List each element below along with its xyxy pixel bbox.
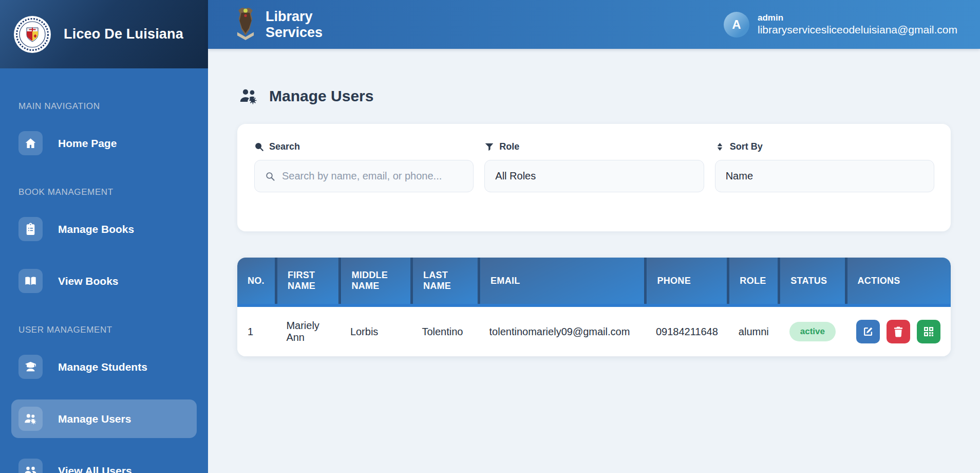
pen-to-square-icon [862,325,874,338]
nav-item-label: Manage Books [58,223,134,235]
nav-item-label: Home Page [58,137,117,150]
users-icon [18,459,43,473]
search-field [254,160,474,192]
main-area: Library Services A admin libraryservices… [208,0,980,473]
column-header-role: ROLE [728,258,779,305]
column-header-email: EMAIL [479,258,646,305]
user-name: admin [758,12,957,23]
qrcode-icon [922,325,935,338]
role-filter-label: Role [484,141,704,152]
search-input[interactable] [282,170,463,182]
role-select[interactable]: All Roles [484,160,704,192]
sort-select-value: Name [726,170,753,182]
liceo-de-luisiana-logo [13,15,51,53]
cell-first-name: Mariely Ann [276,305,340,356]
status-badge: active [789,322,836,341]
sort-select[interactable]: Name [715,160,934,192]
nav-item-label: Manage Students [58,361,147,373]
search-icon [265,171,275,181]
user-menu[interactable]: A admin libraryservicesliceodeluisiana@g… [724,12,957,38]
column-header-first-name: FIRST NAME [276,258,340,305]
users-gear-icon [18,407,43,431]
role-filter-group: Role All Roles [484,141,704,192]
trash-icon [892,325,904,338]
table-header-row: NO. FIRST NAME MIDDLE NAME LAST NAME EMA… [237,258,951,305]
column-header-phone: PHONE [646,258,728,305]
cell-no: 1 [237,305,276,356]
avatar[interactable]: A [724,12,749,38]
qr-code-button[interactable] [917,320,940,343]
book-open-icon [18,269,43,293]
sidebar-item-manage-books[interactable]: Manage Books [11,210,197,248]
edit-button[interactable] [856,320,880,343]
nav-item-label: Manage Users [58,413,131,425]
page-title: Manage Users [269,87,373,105]
sidebar-item-manage-students[interactable]: Manage Students [11,348,197,386]
sort-label-text: Sort By [730,141,763,152]
brand-title: Liceo De Luisiana [64,26,183,42]
nav-section-main-navigation: MAIN NAVIGATION [18,101,197,112]
sidebar: Liceo De Luisiana MAIN NAVIGATION Home P… [0,0,208,473]
role-label-text: Role [499,141,519,152]
search-filter-label: Search [254,141,474,152]
search-icon [254,142,264,152]
cell-email: tolentinomariely09@gmail.com [479,305,646,356]
nav-section-user-management: USER MANAGEMENT [18,325,197,335]
nav-item-label: View All Users [58,465,132,473]
column-header-middle-name: MIDDLE NAME [340,258,412,305]
clipboard-list-icon [18,217,43,241]
topbar: Library Services A admin libraryservices… [208,0,980,49]
sort-filter-group: Sort By Name [715,141,934,192]
cell-middle-name: Lorbis [340,305,412,356]
nav-item-label: View Books [58,275,119,287]
sidebar-header: Liceo De Luisiana [0,0,208,68]
user-email: libraryservicesliceodeluisiana@gmail.com [758,23,957,37]
app-title-line1: Library [266,9,323,25]
table-row: 1 Mariely Ann Lorbis Tolentino tolentino… [237,305,951,356]
cell-role: alumni [728,305,779,356]
sort-icon [715,142,725,152]
library-services-crest-logo [234,6,257,43]
column-header-status: STATUS [779,258,846,305]
page-title-row: Manage Users [237,87,951,105]
sidebar-nav: MAIN NAVIGATION Home Page BOOK MANAGEMEN… [0,101,208,473]
home-icon [18,131,43,155]
filter-icon [484,142,494,152]
user-meta: admin libraryservicesliceodeluisiana@gma… [758,12,957,37]
sidebar-item-view-books[interactable]: View Books [11,262,197,300]
users-table: NO. FIRST NAME MIDDLE NAME LAST NAME EMA… [237,258,951,356]
cell-last-name: Tolentino [411,305,479,356]
cell-status: active [779,305,846,356]
page-content: Manage Users Search Role All R [208,49,980,356]
users-gear-icon [237,87,260,105]
app-title: Library Services [266,9,323,41]
sidebar-item-home-page[interactable]: Home Page [11,124,197,162]
graduate-icon [18,355,43,379]
users-table-card: NO. FIRST NAME MIDDLE NAME LAST NAME EMA… [237,258,951,356]
column-header-actions: ACTIONS [846,258,951,305]
nav-section-book-management: BOOK MANAGEMENT [18,187,197,197]
app-title-line2: Services [266,25,323,41]
search-label-text: Search [269,141,300,152]
search-filter-group: Search [254,141,474,192]
column-header-last-name: LAST NAME [411,258,479,305]
cell-actions [846,305,951,356]
filter-card: Search Role All Roles So [237,124,951,231]
cell-phone: 09184211648 [646,305,728,356]
sidebar-item-manage-users[interactable]: Manage Users [11,399,197,438]
column-header-no: NO. [237,258,276,305]
sort-filter-label: Sort By [715,141,934,152]
sidebar-item-view-all-users[interactable]: View All Users [11,451,197,473]
role-select-value: All Roles [495,170,536,182]
delete-button[interactable] [887,320,910,343]
